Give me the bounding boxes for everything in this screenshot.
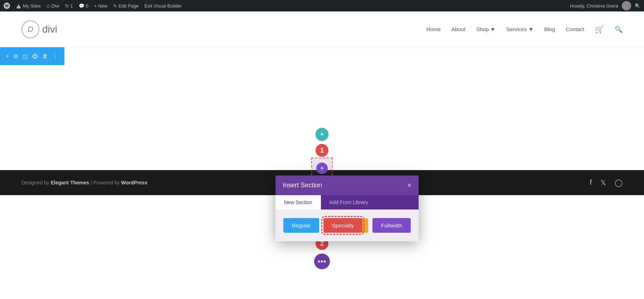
twitter-icon[interactable]: 𝕏 [600, 178, 606, 187]
page-content: + 1 + Designed by Elegant Themes | Power… [0, 65, 644, 280]
nav-services[interactable]: Services ▼ [506, 26, 533, 32]
wp-logo-item[interactable]: W [4, 3, 10, 9]
nav-search-icon[interactable]: 🔍 [615, 25, 623, 33]
add-section-toolbar-btn[interactable]: + [6, 53, 9, 59]
edit-page-label: Edit Page [118, 3, 138, 9]
nav-about[interactable]: About [452, 26, 465, 32]
wp-icon: W [4, 3, 10, 9]
comments-item[interactable]: 💬 0 [79, 3, 88, 9]
specialty-section-btn[interactable]: Specialty [323, 218, 362, 233]
modal-title: Insert Section [283, 182, 322, 189]
builder-toolbar: + ⚙ ◫ ⏻ 🗑 ⋮ [0, 47, 64, 65]
tab-new-section[interactable]: New Section [275, 195, 321, 209]
divi-icon: ◇ [47, 3, 50, 9]
step-1-badge: 1 [316, 144, 328, 157]
site-logo[interactable]: D divi [21, 20, 57, 38]
search-icon[interactable]: 🔍 [635, 3, 640, 9]
chevron-down-icon-services: ▼ [528, 26, 533, 32]
edit-icon: ✎ [113, 3, 117, 9]
dots-icon: ••• [318, 257, 326, 266]
delete-toolbar-btn[interactable]: 🗑 [42, 53, 48, 59]
footer-designed-by: Designed by [21, 180, 51, 185]
admin-bar-right: Howdy, Christina Gwira 🔍 [570, 1, 640, 10]
modal-body: Regular Specialty Fullwidth [275, 209, 419, 241]
modal-header: Insert Section × [275, 175, 419, 195]
nav-blog[interactable]: Blog [544, 26, 555, 32]
step-1-label: 1 [320, 147, 324, 154]
updates-item[interactable]: ↻ 1 [65, 3, 73, 9]
bottom-dots-btn[interactable]: ••• [314, 254, 330, 269]
updates-count: 1 [70, 3, 73, 9]
plus-icon: + [320, 130, 325, 138]
site-nav: Home About Shop ▼ Services ▼ Blog Contac… [426, 25, 623, 34]
footer-credit: Designed by Elegant Themes | Powered by … [21, 180, 147, 185]
divi-label: Divi [52, 3, 59, 9]
cart-icon[interactable]: 🛒 [595, 25, 604, 34]
settings-toolbar-btn[interactable]: ⚙ [13, 53, 18, 60]
my-sites-label: My Sites [23, 3, 41, 9]
footer-elegant-themes: Elegant Themes [51, 180, 89, 185]
logo-letter: D [28, 25, 33, 34]
logo-name: divi [42, 24, 57, 35]
my-sites-item[interactable]: ⛪ My Sites [16, 3, 41, 9]
plus-icon-placeholder: + [320, 164, 324, 173]
chevron-down-icon: ▼ [490, 26, 496, 32]
tab-new-section-label: New Section [284, 199, 312, 205]
tab-add-from-library[interactable]: Add From Library [321, 195, 377, 209]
admin-bar: W ⛪ My Sites ◇ Divi ↻ 1 💬 0 + New ✎ Edit… [0, 0, 644, 11]
edit-page-item[interactable]: ✎ Edit Page [113, 3, 138, 9]
divi-item[interactable]: ◇ Divi [47, 3, 59, 9]
insert-section-modal: Insert Section × New Section Add From Li… [275, 175, 419, 241]
fullwidth-section-btn[interactable]: Fullwidth [372, 218, 411, 233]
regular-section-btn[interactable]: Regular [283, 218, 319, 233]
tab-library-label: Add From Library [330, 199, 368, 205]
site-header: D divi Home About Shop ▼ Services ▼ Blog… [0, 11, 644, 47]
comments-icon: 💬 [79, 3, 84, 9]
avatar [622, 1, 631, 10]
more-toolbar-btn[interactable]: ⋮ [52, 53, 58, 60]
modal-close-btn[interactable]: × [407, 181, 411, 189]
new-item[interactable]: + New [94, 3, 107, 9]
exit-builder-item[interactable]: Exit Visual Builder [145, 3, 182, 9]
add-section-circle-btn[interactable]: + [316, 128, 328, 141]
exit-builder-label: Exit Visual Builder [145, 3, 182, 9]
footer-powered-by: | Powered by [91, 180, 121, 185]
new-label: + New [94, 3, 107, 9]
footer-socials: f 𝕏 ◯ [590, 178, 623, 187]
section-placeholder-add-btn[interactable]: + [316, 163, 328, 174]
nav-shop[interactable]: Shop ▼ [476, 26, 496, 32]
facebook-icon[interactable]: f [590, 178, 592, 187]
user-greeting: Howdy, Christina Gwira [570, 3, 618, 9]
updates-icon: ↻ [65, 3, 69, 9]
instagram-icon[interactable]: ◯ [615, 178, 623, 187]
nav-contact[interactable]: Contact [566, 26, 584, 32]
comments-count: 0 [86, 3, 88, 9]
footer-wordpress: WordPress [121, 180, 147, 185]
nav-home[interactable]: Home [426, 26, 441, 32]
modal-tabs: New Section Add From Library [275, 195, 419, 209]
layout-toolbar-btn[interactable]: ◫ [23, 53, 28, 60]
power-toolbar-btn[interactable]: ⏻ [32, 53, 38, 59]
logo-circle: D [21, 20, 39, 38]
my-sites-icon: ⛪ [16, 3, 21, 9]
